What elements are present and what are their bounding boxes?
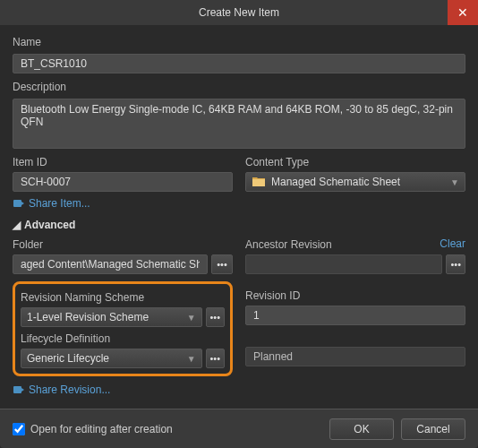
lifecycle-status: Planned	[245, 347, 465, 366]
folder-input[interactable]	[13, 254, 208, 274]
name-label: Name	[13, 36, 465, 48]
share-item-link[interactable]: Share Item...	[13, 197, 465, 210]
chevron-down-icon: ▼	[187, 354, 196, 364]
svg-rect-1	[13, 386, 21, 393]
caret-down-icon: ◢	[13, 219, 21, 231]
dialog-title: Create New Item	[199, 6, 279, 19]
advanced-toggle[interactable]: ◢ Advanced	[13, 219, 465, 231]
open-after-checkbox[interactable]	[13, 423, 25, 435]
ancestor-browse-button[interactable]: •••	[446, 254, 465, 274]
close-button[interactable]: ✕	[448, 0, 478, 25]
lifecycle-label: Lifecycle Definition	[21, 332, 225, 345]
titlebar: Create New Item ✕	[0, 0, 478, 25]
lifecycle-value: Generic Lifecycle	[27, 352, 182, 365]
itemid-input[interactable]	[13, 172, 233, 192]
folder-label: Folder	[13, 238, 233, 251]
revnaming-label: Revision Naming Scheme	[21, 291, 225, 304]
description-input[interactable]: Bluetooth Low Energy Single-mode IC, 64K…	[13, 99, 465, 149]
cancel-button[interactable]: Cancel	[401, 418, 465, 440]
lifecycle-select[interactable]: Generic Lifecycle ▼	[21, 349, 202, 368]
revid-label: Revision ID	[245, 289, 465, 302]
folder-browse-button[interactable]: •••	[211, 254, 233, 274]
highlight-region: Revision Naming Scheme 1-Level Revision …	[13, 281, 233, 376]
chevron-down-icon: ▼	[187, 313, 196, 323]
ancestor-input[interactable]	[245, 254, 442, 274]
advanced-label: Advanced	[24, 219, 75, 231]
close-icon: ✕	[457, 5, 468, 20]
dialog-content: Name Description Bluetooth Low Energy Si…	[0, 25, 478, 405]
share-icon	[13, 383, 25, 396]
share-revision-text: Share Revision...	[29, 383, 110, 396]
share-item-text: Share Item...	[29, 197, 90, 210]
svg-rect-0	[13, 200, 21, 207]
open-after-label: Open for editing after creation	[30, 423, 173, 435]
open-after-checkbox-wrap[interactable]: Open for editing after creation	[13, 423, 322, 435]
description-label: Description	[13, 81, 465, 93]
share-revision-link[interactable]: Share Revision...	[13, 383, 465, 396]
revnaming-value: 1-Level Revision Scheme	[27, 311, 182, 323]
revnaming-select[interactable]: 1-Level Revision Scheme ▼	[21, 307, 202, 327]
contenttype-value: Managed Schematic Sheet	[271, 176, 445, 188]
revnaming-browse-button[interactable]: •••	[206, 307, 225, 327]
folder-icon	[252, 175, 266, 189]
ok-button[interactable]: OK	[329, 418, 394, 440]
name-input[interactable]	[13, 54, 465, 73]
share-icon	[13, 197, 25, 210]
contenttype-select[interactable]: Managed Schematic Sheet ▼	[245, 172, 465, 192]
ancestor-clear-link[interactable]: Clear	[440, 237, 465, 250]
itemid-label: Item ID	[13, 156, 233, 168]
revid-input[interactable]	[245, 306, 465, 325]
chevron-down-icon: ▼	[450, 177, 459, 187]
contenttype-label: Content Type	[245, 156, 465, 168]
lifecycle-browse-button[interactable]: •••	[206, 349, 225, 368]
ancestor-label: Ancestor Revision	[245, 238, 332, 251]
dialog-footer: Open for editing after creation OK Cance…	[0, 409, 478, 448]
